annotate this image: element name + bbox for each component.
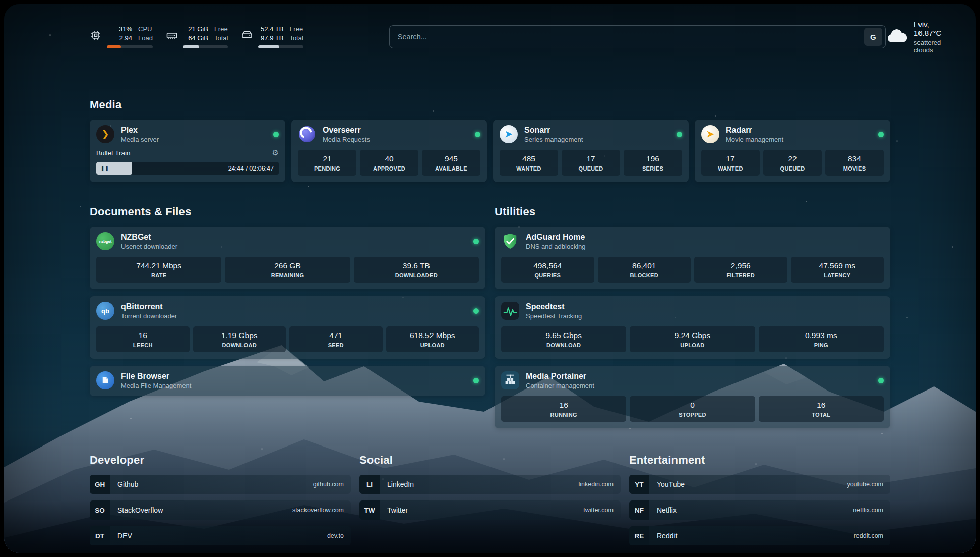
bookmarks-developer: Developer GH Github github.com SO StackO… — [90, 454, 351, 545]
disk-total: 97.9 TB — [258, 34, 283, 42]
stat-blocked: 86,401BLOCKED — [598, 257, 691, 283]
stat-upload: 9.24 GbpsUPLOAD — [630, 326, 755, 352]
bookmark-linkedin[interactable]: LI LinkedIn linkedin.com — [359, 475, 621, 494]
stat-rate: 744.21 MbpsRATE — [96, 257, 221, 283]
bookmark-abbr: TW — [359, 500, 380, 520]
stat-series: 196SERIES — [624, 150, 682, 176]
bookmark-url: netflix.com — [853, 507, 883, 514]
service-desc: Media server — [121, 136, 159, 143]
service-name: Radarr — [726, 126, 783, 135]
bookmark-url: twitter.com — [583, 507, 614, 514]
status-dot — [473, 239, 479, 244]
cpu-icon — [90, 29, 102, 41]
service-name: Overseerr — [323, 126, 370, 135]
bookmark-abbr: LI — [359, 475, 380, 494]
section-title-social: Social — [359, 454, 621, 467]
section-title-media: Media — [90, 98, 890, 112]
stat-pending: 21PENDING — [298, 150, 356, 176]
status-dot — [878, 378, 884, 383]
portainer-card[interactable]: Media Portainer Container management 16R… — [495, 366, 890, 428]
speedtest-icon — [501, 302, 519, 320]
bookmark-abbr: GH — [90, 475, 110, 494]
sonarr-card[interactable]: Sonarr Series management 485WANTED 17QUE… — [493, 120, 689, 182]
memory-bar — [183, 45, 228, 48]
adguard-card[interactable]: AdGuard Home DNS and adblocking 498,564Q… — [495, 227, 890, 289]
stat-running: 16RUNNING — [501, 396, 626, 422]
bookmark-reddit[interactable]: RE Reddit reddit.com — [629, 526, 890, 545]
stat-available: 945AVAILABLE — [422, 150, 480, 176]
stat-movies: 834MOVIES — [825, 150, 884, 176]
disk-widget: 52.4 TB 97.9 TB Free Total — [241, 25, 303, 48]
overseerr-icon — [298, 125, 316, 143]
memory-label-top: Free — [214, 25, 228, 33]
now-playing-title: Bullet Train — [96, 149, 131, 157]
bookmark-dev[interactable]: DT DEV dev.to — [90, 526, 351, 545]
bookmark-name: LinkedIn — [387, 480, 414, 488]
service-desc: Movie management — [726, 136, 783, 143]
service-name: Plex — [121, 126, 159, 135]
qbittorrent-icon: qb — [96, 302, 114, 320]
disk-icon — [241, 29, 253, 41]
section-media: Media ❯ Plex Media server Bullet Train — [90, 98, 890, 182]
search-bar[interactable]: G — [389, 25, 886, 48]
bookmark-youtube[interactable]: YT YouTube youtube.com — [629, 475, 890, 494]
dashboard-screen: 31% 2.94 CPU Load — [4, 4, 976, 553]
search-provider-button[interactable]: G — [864, 28, 882, 46]
bookmark-abbr: SO — [90, 500, 110, 520]
disk-label-bottom: Total — [289, 34, 303, 42]
status-dot — [473, 378, 479, 383]
status-dot — [677, 132, 682, 137]
filebrowser-card[interactable]: File Browser Media File Management — [90, 366, 485, 396]
bookmark-url: stackoverflow.com — [292, 507, 344, 514]
stat-approved: 40APPROVED — [360, 150, 418, 176]
cloud-icon — [886, 28, 908, 45]
pause-icon[interactable]: ❚❚ — [101, 166, 109, 171]
stat-ping: 0.993 msPING — [759, 326, 884, 352]
bookmark-twitter[interactable]: TW Twitter twitter.com — [359, 500, 621, 520]
bookmark-name: DEV — [117, 532, 132, 540]
playback-progress-bar[interactable]: ❚❚ 24:44 / 02:06:47 — [96, 162, 279, 175]
weather-widget: Lviv, 16.87°C scattered clouds — [886, 20, 941, 54]
adguard-icon — [501, 232, 519, 250]
service-name: File Browser — [121, 372, 191, 381]
status-dot — [273, 132, 279, 137]
bookmark-name: Github — [117, 480, 138, 488]
service-desc: Series management — [524, 136, 583, 143]
disk-free: 52.4 TB — [258, 25, 283, 33]
system-widgets: 31% 2.94 CPU Load — [90, 25, 303, 48]
service-desc: DNS and adblocking — [526, 243, 586, 250]
overseerr-card[interactable]: Overseerr Media Requests 21PENDING 40APP… — [291, 120, 487, 182]
weather-condition: scattered clouds — [914, 39, 941, 54]
nzbget-card[interactable]: nzbget NZBGet Usenet downloader 744.21 M… — [90, 227, 485, 289]
disk-label-top: Free — [289, 25, 303, 33]
settings-gear-icon[interactable]: ⚙ — [272, 148, 279, 157]
qbittorrent-card[interactable]: qb qBittorrent Torrent downloader 16LEEC… — [90, 296, 485, 359]
service-desc: Media Requests — [323, 136, 370, 143]
stat-download: 9.65 GbpsDOWNLOAD — [501, 326, 626, 352]
service-desc: Torrent downloader — [121, 312, 177, 320]
weather-location: Lviv, 16.87°C — [914, 20, 941, 37]
search-input[interactable] — [398, 33, 864, 41]
bookmark-github[interactable]: GH Github github.com — [90, 475, 351, 494]
status-dot — [473, 308, 479, 314]
bookmark-url: youtube.com — [847, 481, 883, 488]
bookmarks-entertainment: Entertainment YT YouTube youtube.com NF … — [629, 454, 890, 545]
topbar-divider — [90, 62, 890, 62]
bookmark-stackoverflow[interactable]: SO StackOverflow stackoverflow.com — [90, 500, 351, 520]
stat-wanted: 485WANTED — [500, 150, 558, 176]
stat-stopped: 0STOPPED — [630, 396, 755, 422]
bookmark-name: Netflix — [657, 506, 677, 514]
plex-icon: ❯ — [96, 125, 114, 143]
service-name: Sonarr — [524, 126, 583, 135]
bookmark-netflix[interactable]: NF Netflix netflix.com — [629, 500, 890, 520]
radarr-card[interactable]: Radarr Movie management 17WANTED 22QUEUE… — [695, 120, 890, 182]
memory-free: 21 GiB — [183, 25, 208, 33]
bookmark-abbr: DT — [90, 526, 110, 545]
memory-icon — [166, 29, 178, 41]
stat-total: 16TOTAL — [759, 396, 884, 422]
plex-card[interactable]: ❯ Plex Media server Bullet Train ⚙ ❚❚ — [90, 120, 285, 182]
stat-seed: 471SEED — [289, 326, 383, 352]
speedtest-card[interactable]: Speedtest Speedtest Tracking 9.65 GbpsDO… — [495, 296, 890, 359]
cpu-label-bottom: Load — [138, 34, 153, 42]
stat-download: 1.19 GbpsDOWNLOAD — [193, 326, 286, 352]
